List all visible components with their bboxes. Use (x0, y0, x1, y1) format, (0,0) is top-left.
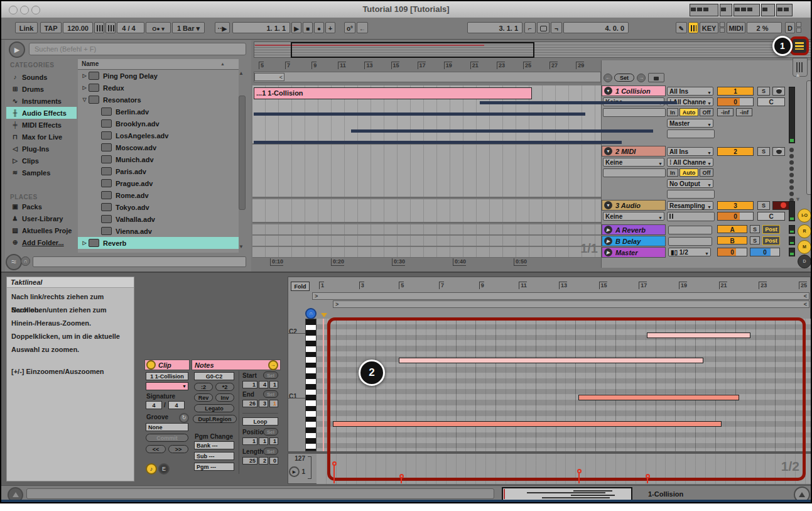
loop-length-display[interactable]: 4. 0. 0 (563, 22, 629, 33)
punch-in-button[interactable]: ⌐ (524, 22, 536, 33)
sidebar-item-clips[interactable]: ▷Clips (6, 155, 77, 167)
signature-numerator[interactable]: 4 (146, 401, 162, 409)
loop-set-prev-icon[interactable]: ← (604, 74, 612, 82)
clip-activator-icon[interactable] (146, 360, 156, 370)
reverse-button[interactable]: Rev (194, 393, 213, 402)
track2-monitor-in[interactable]: In (667, 168, 678, 177)
program-select[interactable]: Pgm --- (194, 463, 234, 471)
track2-monitor-off[interactable]: Off (700, 168, 713, 177)
clip-panel-header[interactable]: Clip (144, 360, 190, 370)
arrangement-view-selector-highlight[interactable] (790, 36, 809, 55)
places-item-add-folder[interactable]: ⊕Add Folder... (6, 236, 77, 248)
track3-input-menu[interactable]: Resampling▼ (667, 201, 713, 210)
metronome-icon[interactable] (106, 22, 116, 33)
track2-map-menu[interactable]: Keine▼ (603, 158, 664, 167)
track2-name-bar[interactable]: ▼2 MIDI (602, 146, 666, 157)
preview-headphone-icon[interactable]: ∩ (21, 256, 30, 266)
track1-name-bar[interactable]: ▼1 Collision (602, 85, 666, 96)
disclosure-triangle-icon[interactable]: ▽ (80, 97, 89, 102)
back-to-arrangement-button[interactable]: ← (357, 22, 368, 33)
clip-overview-thumbnail[interactable] (502, 487, 632, 501)
computer-midi-keyboard-button[interactable] (688, 22, 698, 33)
browser-file-berlin-adv[interactable]: Berlin.adv (78, 106, 239, 118)
sidebar-item-midi-effects[interactable]: ╪MIDI Effects (6, 119, 77, 131)
quantize-menu[interactable]: 1 Bar ▾ (172, 22, 205, 33)
velocity-marker[interactable] (332, 461, 337, 466)
midi-loop-brace[interactable]: >< (312, 292, 809, 300)
search-input[interactable] (29, 43, 246, 55)
device-thumbnail[interactable] (720, 4, 732, 16)
commit-button[interactable]: Commit (146, 434, 188, 442)
arrangement-position-display[interactable]: 1. 1. 1 (232, 22, 290, 33)
nudge-down-icon[interactable] (94, 22, 104, 33)
list-scroll-up-icon[interactable]: ▲ (239, 70, 243, 76)
automation-arm-button[interactable]: o° (344, 22, 355, 33)
track2-output-menu[interactable]: No Output▼ (667, 179, 713, 188)
show-devices-button[interactable]: D (798, 255, 811, 268)
browser-file-reverb[interactable]: ▷Reverb (78, 237, 239, 249)
midi-tab-icon[interactable]: ♪ (146, 463, 157, 475)
loop-button[interactable] (537, 22, 549, 33)
device-thumbnail[interactable] (734, 4, 760, 16)
play-circle-icon[interactable]: ▶ (604, 226, 612, 234)
clip-color-chooser[interactable]: ▼ (146, 382, 188, 390)
length-beat[interactable]: 2 (259, 457, 268, 464)
follow-button[interactable]: ··▶ (215, 22, 230, 33)
overview-viewport-frame[interactable] (291, 42, 534, 58)
track1-monitor-off[interactable]: Off (700, 108, 713, 116)
track1-monitor-auto[interactable]: Auto (679, 108, 698, 116)
places-item-aktuelles-proje[interactable]: ▤Aktuelles Proje (6, 224, 77, 236)
disclosure-triangle-icon[interactable]: ▷ (80, 73, 89, 79)
browser-file-paris-adv[interactable]: Paris.adv (78, 165, 239, 177)
signature-denominator[interactable]: 4 (168, 401, 185, 409)
browser-file-rome-adv[interactable]: Rome.adv (78, 189, 239, 201)
midi-loop-brace-inner[interactable]: >< (333, 300, 809, 308)
unfold-track-icon[interactable]: ▼ (604, 201, 612, 209)
play-circle-icon[interactable]: ▶ (604, 248, 612, 256)
disk-overload-button[interactable]: D (785, 22, 795, 33)
position-sixteenth[interactable]: 1 (269, 437, 278, 445)
browser-file-prague-adv[interactable]: Prague.adv (78, 177, 239, 189)
start-beat[interactable]: 4 (259, 381, 268, 388)
track2-arm-knob[interactable] (772, 147, 785, 156)
clip-name-field[interactable]: 1 1-Collision (146, 372, 188, 380)
arrangement-time-ruler[interactable]: 0:100:200:300:400:50 (254, 258, 601, 268)
legato-button[interactable]: Legato (194, 404, 234, 412)
sidebar-item-sounds[interactable]: ♪Sounds (6, 71, 77, 83)
clip-start-marker-icon[interactable] (321, 313, 327, 317)
envelope-tab-button[interactable]: E (158, 463, 170, 475)
velocity-marker[interactable] (577, 469, 582, 473)
halve-time-button[interactable]: :2 (194, 383, 213, 391)
arrangement-clip-collision[interactable]: ...1 1-Collision (254, 87, 532, 99)
return-a-post-toggle[interactable]: Post (762, 225, 780, 234)
midi-beat-ruler[interactable]: 135791113151719212325 (312, 281, 809, 291)
sidebar-item-instruments[interactable]: ∿Instruments (6, 95, 77, 107)
track2-input-menu[interactable]: All Ins▼ (667, 147, 713, 156)
list-scroll-down-icon[interactable]: ▼ (239, 244, 243, 250)
places-item-user-library[interactable]: ♟User-Library (6, 212, 77, 224)
return-a-name-bar[interactable]: ▶A Reverb (602, 224, 666, 235)
end-set-button[interactable]: Sel (263, 390, 278, 398)
fold-button[interactable]: Fold (291, 282, 310, 291)
end-sixteenth[interactable]: 1 (269, 400, 278, 407)
master-pan[interactable]: 0 (750, 248, 780, 256)
return-a-solo[interactable]: S (750, 225, 760, 233)
length-set-button[interactable]: Sel (263, 448, 278, 455)
pitch-range-display[interactable]: G0-C2 (194, 372, 234, 380)
places-item-packs[interactable]: ▣Packs (6, 201, 77, 212)
track-header-scrollbar[interactable] (806, 80, 812, 195)
tempo-display[interactable]: 120.00 (63, 22, 93, 33)
invert-button[interactable]: Inv (215, 393, 234, 402)
loop-set-button[interactable]: Set (614, 74, 634, 82)
browser-file-vienna-adv[interactable]: Vienna.adv (78, 225, 239, 237)
length-sixteenth[interactable]: 0 (269, 457, 278, 464)
track1-monitor-in[interactable]: In (667, 108, 678, 116)
track1-output-menu[interactable]: Master▼ (667, 119, 713, 128)
browser-file-losangeles-adv[interactable]: LosAngeles.adv (78, 129, 239, 141)
device-thumbnail[interactable] (690, 4, 718, 16)
header-scroll-up-icon[interactable]: ▲ (795, 72, 801, 78)
loop-set-next-icon[interactable]: → (637, 74, 646, 82)
return-a-activator[interactable]: A (717, 225, 747, 233)
header-scroll-down-icon[interactable]: ▼ (795, 196, 801, 202)
notes-panel-header[interactable]: Notes→ (192, 360, 281, 370)
